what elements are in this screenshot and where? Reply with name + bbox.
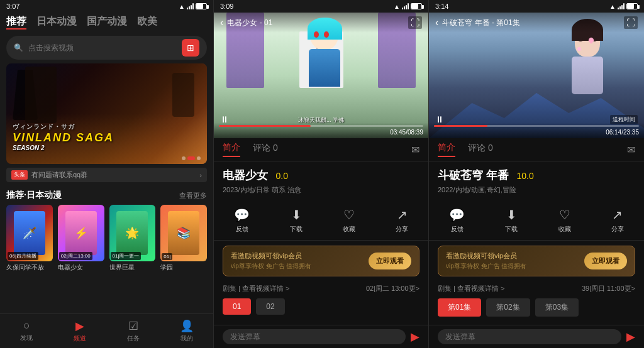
anime-meta-1: 2023/内地/日常 萌系 治愈 xyxy=(223,185,419,195)
list-item[interactable]: 🗡️ 06|四月续播 久保同学不放 xyxy=(6,205,53,272)
tab-europe[interactable]: 欧美 xyxy=(137,15,157,30)
nav-discover[interactable]: ○ 发现 xyxy=(0,314,53,348)
notice-arrow: › xyxy=(199,171,202,179)
vip-watch-btn-1[interactable]: 立即观看 xyxy=(369,253,411,269)
tab-intro-2[interactable]: 简介 xyxy=(438,142,455,157)
scan-icon: ⊞ xyxy=(187,43,194,53)
char-container xyxy=(569,25,606,94)
video-controls-1: 03:45 / 08:39 xyxy=(214,122,428,138)
time-row-1: 03:45 / 08:39 xyxy=(219,129,423,136)
nav-profile[interactable]: 👤 我的 xyxy=(160,314,213,348)
tab-comment-1[interactable]: 评论 0 xyxy=(253,143,278,156)
progress-bar-1[interactable] xyxy=(219,125,423,127)
danmaku-send-icon-2[interactable]: ▶ xyxy=(626,330,635,344)
nav-channel-label: 频道 xyxy=(74,334,86,343)
back-icon-1[interactable]: ‹ xyxy=(220,17,223,28)
action-share-2[interactable]: ↗ 分享 xyxy=(611,207,624,234)
action-favorite-2[interactable]: ♡ 收藏 xyxy=(558,207,571,234)
total-time-1: 08:39 xyxy=(408,129,423,136)
episode-info-row-1: 剧集 | 查看视频详情 > 02|周二 13:00更> xyxy=(214,281,428,296)
banner[interactable]: ヴィンランド・サガ VINLAND SAGA SEASON 2 xyxy=(6,63,207,164)
action-share-1[interactable]: ↗ 分享 xyxy=(396,207,408,234)
scan-button[interactable]: ⊞ xyxy=(182,39,199,57)
pause-button-1[interactable]: ⏸ xyxy=(220,114,229,124)
signal-icon-2 xyxy=(402,3,409,9)
episode-list-2: 第01集 第02集 第03集 xyxy=(429,296,644,319)
panel-player-2: 3:14 ▲ xyxy=(429,0,644,348)
vip-sub-text-2: vip尊享特权 免广告 值得拥有 xyxy=(446,262,526,271)
back-icon-2[interactable]: ‹ xyxy=(435,17,438,28)
bottom-nav: ○ 发现 ▶ 频道 ☑ 任务 👤 我的 xyxy=(0,313,213,348)
episode-btn-1-2[interactable]: 02 xyxy=(256,298,284,315)
anime-badge-2: 01|周一更一 xyxy=(111,252,142,260)
episode-info-left-1[interactable]: 剧集 | 查看视频详情 > xyxy=(223,284,289,293)
vip-main-text-2: 看激励视频可领vip会员 xyxy=(446,251,526,261)
status-bar-3: 3:14 ▲ xyxy=(429,0,644,13)
anime-badge-0: 06|四月续播 xyxy=(8,252,38,260)
action-feedback-1[interactable]: 💬 反馈 xyxy=(234,207,250,234)
action-favorite-label-1: 收藏 xyxy=(343,225,355,234)
danmaku-input-1[interactable] xyxy=(223,329,406,344)
vip-banner-1[interactable]: 看激励视频可领vip会员 vip尊享特权 免广告 值得拥有 立即观看 xyxy=(223,246,419,276)
tab-recommend[interactable]: 推荐 xyxy=(6,15,26,30)
episode-btn-2-3[interactable]: 第03集 xyxy=(535,298,579,317)
pause-button-2[interactable]: ⏸ xyxy=(435,114,444,124)
panel-player-1: 3:09 ▲ ━━━━━━━━━━━━━━━━━━━━ xyxy=(214,0,429,348)
video-header-2: ‹ 斗破苍穹 年番 - 第01集 ⛶ xyxy=(429,13,644,33)
action-download-2[interactable]: ⬇ 下载 xyxy=(505,207,518,234)
anime-name-3: 学园 xyxy=(160,263,207,272)
anime-thumb-1: ⚡ 02|周二13:00 xyxy=(58,205,104,261)
vip-watch-btn-2[interactable]: 立即观看 xyxy=(584,253,627,269)
anime-rating-2: 10.0 xyxy=(516,171,533,181)
tab-china[interactable]: 国产动漫 xyxy=(87,15,127,30)
time-1: 3:07 xyxy=(6,3,19,10)
share-icon-1: ↗ xyxy=(397,207,408,222)
vip-banner-2[interactable]: 看激励视频可领vip会员 vip尊享特权 免广告 值得拥有 立即观看 xyxy=(438,246,635,276)
episode-info-left-2[interactable]: 剧集 | 查看视频详情 > xyxy=(438,284,504,293)
tab-intro-1[interactable]: 简介 xyxy=(223,142,240,157)
episode-btn-2-2[interactable]: 第02集 xyxy=(486,298,530,317)
progress-bar-2[interactable] xyxy=(434,125,639,127)
action-feedback-label-2: 反馈 xyxy=(451,225,464,234)
search-input[interactable] xyxy=(28,43,177,52)
action-download-1[interactable]: ⬇ 下载 xyxy=(290,207,303,234)
time-row-2: 06:14 / 23:35 xyxy=(434,129,639,136)
tab-japan[interactable]: 日本动漫 xyxy=(36,15,77,30)
danmaku-bar-2: ▶ xyxy=(429,325,644,348)
search-bar: 🔍 ⊞ xyxy=(6,36,207,60)
video-player-1[interactable]: ━━━━━━━━━━━━━━━━━━━━ 冰魄天我麒... 学佛 ‹ 电器少女 … xyxy=(214,13,428,138)
nav-profile-label: 我的 xyxy=(180,334,193,343)
anime-title-1: 电器少女 xyxy=(223,169,268,182)
episode-info-right-1[interactable]: 02|周二 13:00更> xyxy=(366,284,419,293)
fullscreen-icon-1[interactable]: ⛶ xyxy=(408,16,422,29)
notice-text: 有问题请联系qq群 xyxy=(31,170,87,180)
list-item[interactable]: 📚 01| 学园 xyxy=(160,205,207,272)
section-more[interactable]: 查看更多 xyxy=(179,191,207,200)
vip-main-text-1: 看激励视频可领vip会员 xyxy=(231,251,311,261)
current-time-1: 03:45 xyxy=(390,129,406,136)
list-item[interactable]: 🌟 01|周一更一 世界巨星 xyxy=(109,205,156,272)
banner-dots xyxy=(182,156,201,160)
tab-comment-2[interactable]: 评论 0 xyxy=(468,143,493,156)
notice-bar[interactable]: 头条 有问题请联系qq群 › xyxy=(6,168,207,182)
message-icon-1[interactable]: ✉ xyxy=(411,144,419,156)
episode-info-row-2: 剧集 | 查看视频详情 > 39|周日 11:00更> xyxy=(429,281,644,296)
video-player-2[interactable]: 送程时间 ‹ 斗破苍穹 年番 - 第01集 ⛶ 06:14 / 23:35 ⏸ xyxy=(429,13,644,138)
fullscreen-icon-2[interactable]: ⛶ xyxy=(624,16,638,29)
danmaku-send-icon-1[interactable]: ▶ xyxy=(411,330,419,344)
action-favorite-1[interactable]: ♡ 收藏 xyxy=(343,207,355,234)
favorite-icon-2: ♡ xyxy=(559,207,570,222)
list-item[interactable]: ⚡ 02|周二13:00 电器少女 xyxy=(58,205,104,272)
episode-btn-1-1[interactable]: 01 xyxy=(223,298,251,315)
battery-icon xyxy=(196,3,207,9)
danmaku-input-2[interactable] xyxy=(438,329,621,344)
video-title-bar-2: ‹ 斗破苍穹 年番 - 第01集 xyxy=(435,17,520,28)
feedback-icon: 💬 xyxy=(234,207,250,222)
current-time-2: 06:14 xyxy=(606,129,621,136)
message-icon-2[interactable]: ✉ xyxy=(627,144,635,156)
episode-btn-2-1[interactable]: 第01集 xyxy=(438,298,481,317)
nav-channel[interactable]: ▶ 频道 xyxy=(53,314,107,348)
nav-task[interactable]: ☑ 任务 xyxy=(107,314,160,348)
episode-info-right-2[interactable]: 39|周日 11:00更> xyxy=(582,284,635,293)
action-feedback-2[interactable]: 💬 反馈 xyxy=(449,207,465,234)
